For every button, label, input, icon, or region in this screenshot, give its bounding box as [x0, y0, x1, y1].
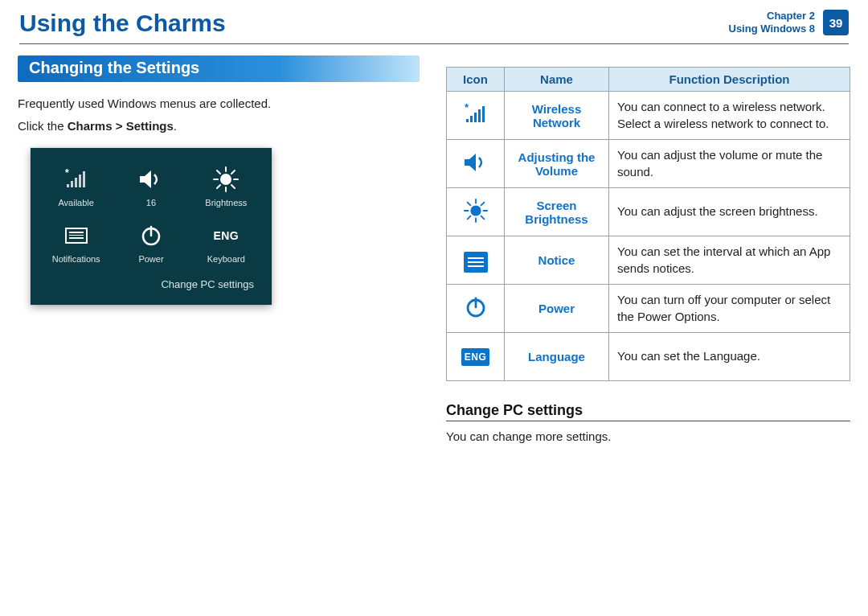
th-icon: Icon: [447, 68, 505, 92]
table-row: Adjusting the Volume You can adjust the …: [447, 140, 850, 188]
svg-marker-6: [140, 170, 151, 188]
row-desc: You can set the Language.: [609, 333, 850, 381]
svg-rect-20: [474, 113, 477, 122]
notifications-icon: [59, 222, 94, 249]
svg-rect-22: [482, 106, 485, 122]
intro-line-2: Click the Charms > Settings.: [18, 117, 422, 135]
header-divider: [19, 43, 849, 44]
charm-volume[interactable]: 16: [117, 166, 185, 207]
svg-point-25: [471, 206, 480, 215]
intro-line-1: Frequently used Windows menus are collec…: [18, 95, 422, 113]
header-right: Chapter 2 Using Windows 8 39: [729, 10, 850, 36]
functions-table: Icon Name Function Description * Wireles…: [446, 67, 850, 381]
page-number-badge: 39: [823, 10, 849, 35]
section-banner: Changing the Settings: [18, 55, 420, 82]
svg-marker-24: [465, 154, 476, 171]
charm-brightness-label: Brightness: [192, 198, 260, 207]
svg-rect-2: [75, 178, 77, 187]
svg-line-31: [481, 216, 484, 220]
brightness-icon: [463, 198, 489, 224]
svg-rect-1: [71, 181, 73, 187]
charm-notifications[interactable]: Notifications: [42, 222, 110, 264]
keyboard-icon: ENG: [208, 222, 244, 249]
svg-line-13: [231, 185, 235, 188]
svg-line-33: [467, 216, 470, 220]
table-row: * Wireless Network You can connect to a …: [447, 92, 850, 140]
row-name: Adjusting the Volume: [505, 140, 609, 188]
brightness-icon: [208, 166, 244, 193]
svg-line-30: [467, 203, 470, 206]
table-row: ENG Language You can set the Language.: [447, 333, 850, 381]
svg-rect-21: [478, 109, 481, 122]
row-name: Screen Brightness: [505, 188, 609, 236]
row-desc: You can adjust the volume or mute the so…: [609, 140, 850, 188]
right-column: Icon Name Function Description * Wireles…: [446, 55, 850, 443]
charm-power[interactable]: Power: [117, 222, 185, 264]
row-desc: You can turn off your computer or select…: [609, 285, 850, 333]
notice-icon: [464, 252, 488, 273]
charms-settings-panel: * Available 16: [31, 148, 272, 305]
row-desc: You can connect to a wireless network. S…: [609, 92, 850, 140]
svg-line-15: [217, 185, 220, 188]
volume-icon: [462, 151, 489, 174]
power-icon: [464, 295, 488, 319]
svg-rect-4: [83, 171, 85, 187]
svg-line-14: [231, 170, 235, 174]
svg-rect-0: [67, 184, 69, 187]
wireless-icon: *: [59, 166, 94, 193]
row-desc: You can set the interval at which an App…: [609, 236, 850, 285]
row-name: Language: [505, 333, 609, 381]
volume-icon: [133, 166, 169, 193]
charm-wireless[interactable]: * Available: [42, 166, 110, 207]
charm-power-label: Power: [117, 254, 185, 264]
charm-brightness[interactable]: Brightness: [192, 166, 260, 207]
svg-rect-19: [470, 116, 473, 122]
intro-click-suffix: .: [174, 119, 177, 133]
table-row: Notice You can set the interval at which…: [447, 236, 850, 285]
svg-line-12: [217, 170, 220, 174]
charm-keyboard-label: Keyboard: [192, 254, 260, 264]
power-icon: [133, 222, 169, 249]
table-row: Power You can turn off your computer or …: [447, 285, 850, 333]
row-name: Wireless Network: [505, 92, 609, 140]
change-pc-settings-link[interactable]: Change PC settings: [42, 264, 260, 294]
charm-wireless-label: Available: [42, 198, 110, 207]
wireless-icon: *: [461, 103, 490, 125]
charm-volume-label: 16: [117, 198, 185, 207]
table-row: Screen Brightness You can adjust the scr…: [447, 188, 850, 236]
section-label: Using Windows 8: [729, 23, 816, 35]
intro-click-prefix: Click the: [18, 119, 68, 133]
page-title: Using the Charms: [19, 10, 226, 37]
charm-keyboard[interactable]: ENG Keyboard: [192, 222, 260, 264]
language-icon: ENG: [461, 348, 490, 366]
svg-text:*: *: [465, 103, 469, 113]
page-header: Using the Charms Chapter 2 Using Windows…: [0, 0, 868, 43]
svg-rect-3: [79, 175, 81, 187]
left-column: Changing the Settings Frequently used Wi…: [18, 55, 422, 443]
row-name: Notice: [505, 236, 609, 285]
svg-line-32: [481, 203, 484, 206]
th-name: Name: [505, 68, 609, 92]
th-func: Function Description: [609, 68, 850, 92]
subsection-text: You can change more settings.: [446, 429, 850, 443]
intro-click-path: Charms > Settings: [68, 119, 174, 133]
subsection-heading: Change PC settings: [446, 402, 850, 421]
row-desc: You can adjust the screen brightness.: [609, 188, 850, 236]
chapter-label: Chapter 2: [729, 10, 816, 23]
charm-notifications-label: Notifications: [42, 254, 110, 264]
header-context: Chapter 2 Using Windows 8: [729, 10, 816, 36]
keyboard-icon-text: ENG: [213, 229, 239, 242]
svg-rect-18: [466, 119, 469, 122]
row-name: Power: [505, 285, 609, 333]
svg-point-7: [221, 175, 231, 184]
svg-text:*: *: [65, 168, 69, 179]
